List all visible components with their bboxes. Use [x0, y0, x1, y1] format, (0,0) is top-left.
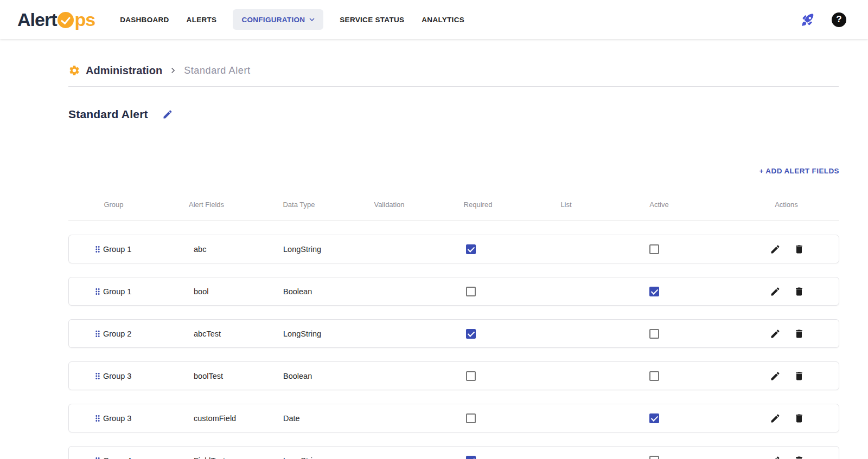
logo-text-ps: ps	[74, 9, 95, 30]
table-row: Group 3 customField Date	[68, 404, 839, 432]
actions-cell	[723, 328, 839, 339]
drag-handle-icon[interactable]	[93, 413, 103, 423]
actions-cell	[723, 455, 839, 459]
top-navbar: Alert ps DASHBOARD ALERTS CONFIGURATION …	[0, 0, 868, 39]
col-header-data-type: Data Type	[254, 201, 344, 209]
edit-icon[interactable]	[770, 371, 781, 382]
delete-icon[interactable]	[794, 413, 805, 424]
edit-icon[interactable]	[770, 328, 781, 339]
table-row: Group 1 bool Boolean	[68, 277, 839, 306]
required-checkbox[interactable]	[466, 244, 476, 254]
page-title: Standard Alert	[68, 108, 148, 121]
add-row: + ADD ALERT FIELDS	[68, 166, 839, 177]
active-cell	[611, 413, 723, 423]
delete-icon[interactable]	[794, 286, 805, 297]
active-checkbox[interactable]	[649, 329, 659, 339]
col-header-group: Group	[68, 201, 159, 209]
alertops-logo[interactable]: Alert ps	[17, 9, 95, 30]
data-type-cell: LongString	[254, 245, 344, 254]
edit-title-icon[interactable]	[162, 109, 173, 120]
group-cell: Group 1	[69, 244, 159, 254]
delete-icon[interactable]	[794, 455, 805, 459]
alert-field-cell: FieldTest	[159, 456, 254, 459]
required-checkbox[interactable]	[466, 413, 476, 423]
alert-field-cell: abc	[159, 245, 254, 254]
required-cell	[435, 329, 522, 339]
gear-icon	[68, 64, 80, 76]
group-cell: Group 3	[69, 413, 159, 423]
col-header-required: Required	[435, 201, 521, 209]
drag-handle-icon[interactable]	[93, 287, 103, 296]
col-header-actions: Actions	[723, 201, 839, 209]
group-label: Group 3	[103, 414, 131, 423]
group-cell: Group 4	[69, 456, 159, 459]
drag-handle-icon[interactable]	[93, 329, 103, 339]
breadcrumb: Administration Standard Alert	[68, 63, 839, 77]
actions-cell	[723, 371, 839, 382]
nav-configuration[interactable]: CONFIGURATION	[233, 9, 323, 30]
main-nav: DASHBOARD ALERTS CONFIGURATION SERVICE S…	[119, 9, 465, 30]
required-checkbox[interactable]	[466, 456, 476, 459]
data-type-cell: LongString	[254, 329, 344, 338]
required-checkbox[interactable]	[466, 329, 476, 339]
table-row: Group 1 abc LongString	[68, 235, 839, 263]
active-checkbox[interactable]	[649, 456, 659, 459]
required-checkbox[interactable]	[466, 287, 476, 296]
nav-configuration-label: CONFIGURATION	[241, 16, 305, 24]
data-type-cell: Boolean	[254, 287, 344, 296]
required-checkbox[interactable]	[466, 371, 476, 381]
delete-icon[interactable]	[794, 328, 805, 339]
actions-cell	[723, 286, 839, 297]
data-type-cell: LongString	[254, 456, 344, 459]
table-row: Group 2 abcTest LongString	[68, 319, 839, 348]
rocket-icon[interactable]	[801, 12, 815, 27]
add-alert-fields-button[interactable]: + ADD ALERT FIELDS	[759, 167, 839, 175]
required-cell	[435, 371, 522, 381]
data-type-cell: Boolean	[254, 372, 344, 380]
breadcrumb-page: Standard Alert	[184, 65, 250, 76]
group-cell: Group 1	[69, 287, 159, 296]
active-cell	[611, 371, 723, 381]
table-header: Group Alert Fields Data Type Validation …	[68, 190, 839, 221]
active-checkbox[interactable]	[649, 244, 659, 254]
breadcrumb-divider	[68, 86, 839, 87]
alert-field-cell: abcTest	[159, 329, 254, 338]
active-cell	[611, 456, 723, 459]
table-row: Group 3 boolTest Boolean	[68, 361, 839, 390]
edit-icon[interactable]	[770, 286, 781, 297]
chevron-right-icon	[168, 65, 178, 76]
group-label: Group 1	[103, 245, 131, 254]
edit-icon[interactable]	[770, 455, 781, 459]
help-icon[interactable]	[832, 12, 846, 27]
edit-icon[interactable]	[770, 413, 781, 424]
data-type-cell: Date	[254, 414, 344, 423]
alert-field-cell: customField	[159, 414, 254, 423]
breadcrumb-section[interactable]: Administration	[86, 64, 162, 77]
active-checkbox[interactable]	[649, 287, 659, 296]
nav-service-status[interactable]: SERVICE STATUS	[339, 10, 405, 29]
drag-handle-icon[interactable]	[93, 244, 103, 254]
required-cell	[435, 413, 522, 423]
nav-dashboard[interactable]: DASHBOARD	[119, 10, 170, 29]
delete-icon[interactable]	[794, 371, 805, 382]
active-cell	[611, 287, 723, 296]
logo-check-icon	[58, 12, 74, 28]
required-cell	[435, 287, 522, 296]
delete-icon[interactable]	[794, 244, 805, 255]
edit-icon[interactable]	[770, 244, 781, 255]
active-cell	[611, 329, 723, 339]
col-header-alert-fields: Alert Fields	[159, 201, 254, 209]
nav-analytics[interactable]: ANALYTICS	[420, 10, 465, 29]
nav-alerts[interactable]: ALERTS	[186, 10, 218, 29]
drag-handle-icon[interactable]	[93, 456, 103, 459]
actions-cell	[723, 244, 839, 255]
drag-handle-icon[interactable]	[93, 371, 103, 381]
group-label: Group 3	[103, 372, 131, 380]
group-label: Group 1	[103, 287, 131, 296]
logo-text-alert: Alert	[17, 9, 56, 30]
group-label: Group 2	[103, 329, 131, 338]
alert-fields-table: Group Alert Fields Data Type Validation …	[68, 190, 839, 459]
active-checkbox[interactable]	[649, 413, 659, 423]
alert-field-cell: bool	[159, 287, 254, 296]
active-checkbox[interactable]	[649, 371, 659, 381]
